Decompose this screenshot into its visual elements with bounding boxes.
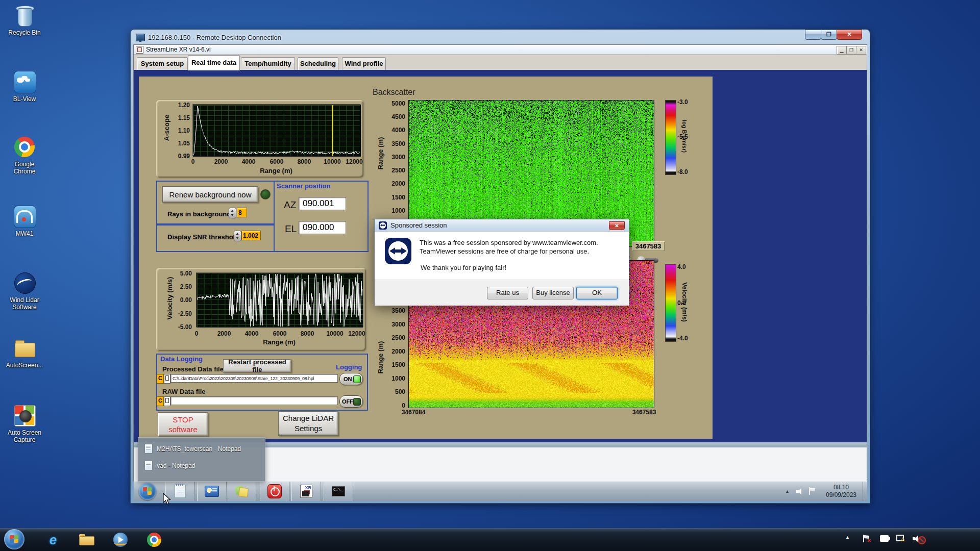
remote-tray-expand-arrow[interactable]: ▲ <box>785 489 790 494</box>
logging-label: Logging <box>336 363 362 371</box>
el-value-field[interactable]: 090.000 <box>299 221 346 234</box>
host-start-button[interactable] <box>4 529 24 549</box>
folder-icon <box>79 534 94 545</box>
change-lidar-settings-button[interactable]: Change LiDAR Settings <box>278 411 338 436</box>
buy-license-button[interactable]: Buy license <box>532 287 574 299</box>
ascope-xtick: 0 <box>183 158 203 165</box>
dialog-body-line3: We thank you for playing fair! <box>421 263 506 272</box>
raw-data-file-path[interactable] <box>170 396 338 405</box>
tab-system-setup[interactable]: System setup <box>137 57 188 70</box>
show-desktop-separator[interactable] <box>863 482 863 501</box>
ascope-ytick: 1.15 <box>168 114 190 121</box>
processed-data-file-path[interactable]: C:\Lidar\Data\Proc\2023\202309\20230909\… <box>170 374 338 383</box>
ok-button[interactable]: OK <box>576 287 618 299</box>
velplot-ytick: -5.00 <box>167 323 192 331</box>
desktop-icon-auto-screen-capture[interactable]: Auto Screen Capture <box>1 403 48 443</box>
battery-icon[interactable] <box>880 535 889 542</box>
toggle-on-light <box>353 375 361 383</box>
action-center-flag-icon[interactable]: ✕ <box>863 535 870 542</box>
desktop-icon-chrome[interactable]: Google Chrome <box>1 135 48 175</box>
rdp-maximize-button[interactable]: ❐ <box>821 30 837 40</box>
backscatter-ytick: 5000 <box>383 100 405 107</box>
backscatter-ytick: 2500 <box>383 167 405 174</box>
rays-value-field[interactable]: 8 <box>237 208 247 217</box>
volume-muted-icon[interactable] <box>913 535 921 542</box>
bl-view-icon <box>12 69 37 94</box>
remote-task-cmd[interactable]: C:\_ <box>324 482 353 501</box>
popup-item-vad[interactable]: vad - Notepad <box>144 461 195 470</box>
desktop-icon-wind-lidar[interactable]: Wind Lidar Software <box>1 270 48 311</box>
remote-task-stop-app[interactable] <box>260 482 289 501</box>
taskbar-explorer-button[interactable] <box>77 532 97 547</box>
ascope-xtick: 6000 <box>266 158 287 165</box>
tab-real-time-data[interactable]: Real time data <box>188 55 240 70</box>
internet-explorer-icon: e <box>50 532 57 548</box>
host-tray-expand-arrow[interactable]: ▲ <box>845 535 850 540</box>
dialog-titlebar[interactable]: Sponsored session <box>375 219 629 232</box>
remote-action-center-flag-icon[interactable] <box>808 487 816 495</box>
desktop-icon-autoscreen-folder[interactable]: AutoScreen... <box>1 336 48 369</box>
raw-browse-icon[interactable] <box>164 396 170 406</box>
ascope-plot-canvas[interactable] <box>193 105 361 157</box>
remote-clock-date: 09/09/2023 <box>820 491 862 499</box>
desktop-icon-label: Wind Lidar Software <box>6 296 43 311</box>
rdp-close-button[interactable]: ✕ <box>837 30 862 40</box>
rdp-minimize-button[interactable]: _ <box>805 30 821 40</box>
restart-processed-file-button[interactable]: Restart processed file <box>223 359 291 372</box>
recycle-bin-icon <box>12 3 37 28</box>
renew-background-button[interactable]: Renew background now <box>162 186 258 203</box>
velocity-plot-canvas[interactable] <box>197 273 363 328</box>
desktop-icon-mw41[interactable]: MW41 <box>1 204 48 237</box>
taskbar-ie-button[interactable]: e <box>43 532 63 547</box>
rdp-titlebar[interactable]: 192.168.0.150 - Remote Desktop Connectio… <box>136 32 697 42</box>
popup-item-label: M2HATS_towerscan - Notepad <box>157 445 241 453</box>
network-status-icon[interactable]: ⚠ <box>896 535 904 542</box>
tab-temp-humidity[interactable]: Temp/humidity <box>241 57 295 70</box>
popup-item-m2hats[interactable]: M2HATS_towerscan - Notepad <box>144 444 241 454</box>
dialog-close-button[interactable]: ✕ <box>609 221 625 230</box>
desktop-icon-bl-view[interactable]: BL-View <box>1 69 48 103</box>
remote-speaker-icon[interactable] <box>796 488 804 495</box>
backscatter-colorbar <box>665 100 676 175</box>
processed-browse-icon[interactable] <box>164 374 170 384</box>
app-close-button[interactable]: ✕ <box>856 46 866 55</box>
taskbar-chrome-button[interactable] <box>144 532 164 547</box>
tab-wind-profile[interactable]: Wind profile <box>342 57 386 70</box>
app-window-title: StreamLine XR v14-6.vi <box>146 46 211 53</box>
remote-task-sticky-notes[interactable] <box>227 482 256 501</box>
remote-start-button[interactable] <box>139 483 156 500</box>
command-prompt-icon: C:\_ <box>332 486 345 496</box>
velplot-xtick: 6000 <box>270 330 290 337</box>
velmap-xtick-end: 3467583 <box>624 409 665 416</box>
raw-drive-box[interactable]: C <box>157 396 164 406</box>
az-value-field[interactable]: 090.001 <box>299 197 346 210</box>
folder-icon <box>12 336 37 360</box>
snr-spinner[interactable] <box>234 231 241 241</box>
velocity-colorbar-label: Velocity (m/s) <box>681 279 688 325</box>
rate-us-button[interactable]: Rate us <box>487 287 528 299</box>
desktop-icon-recycle-bin[interactable]: Recycle Bin <box>1 3 48 36</box>
tab-scheduling[interactable]: Scheduling <box>298 57 338 70</box>
velplot-xtick: 8000 <box>297 330 317 337</box>
ascope-ytick: 1.10 <box>168 127 190 134</box>
rays-spinner[interactable] <box>229 208 236 218</box>
backscatter-ytick: 4000 <box>383 127 405 134</box>
remote-task-xr-app[interactable]: XR <box>291 482 321 501</box>
stop-software-button[interactable]: STOP software <box>158 412 208 436</box>
remote-clock[interactable]: 08:10 09/09/2023 <box>820 484 862 499</box>
backscatter-ylabel: Range (m) <box>377 131 384 177</box>
app-restore-button[interactable]: ❐ <box>846 46 856 55</box>
ascope-ytick: 1.20 <box>168 102 190 109</box>
remote-task-control-panel[interactable] <box>197 482 227 501</box>
app-titlebar[interactable]: StreamLine XR v14-6.vi <box>134 45 867 55</box>
snr-value-field[interactable]: 1.002 <box>241 231 261 240</box>
processed-logging-toggle[interactable]: ON <box>339 373 363 385</box>
raw-data-file-label: RAW Data file <box>162 388 206 395</box>
velplot-ylabel: Velocity (m/s) <box>166 273 174 324</box>
processed-drive-box[interactable]: C <box>157 374 164 384</box>
scanner-position-box <box>274 181 369 252</box>
taskbar-media-player-button[interactable] <box>110 532 131 547</box>
raw-logging-toggle[interactable]: OFF <box>339 395 363 408</box>
app-minimize-button[interactable]: ▁ <box>837 46 847 55</box>
notepad-icon <box>144 444 153 454</box>
